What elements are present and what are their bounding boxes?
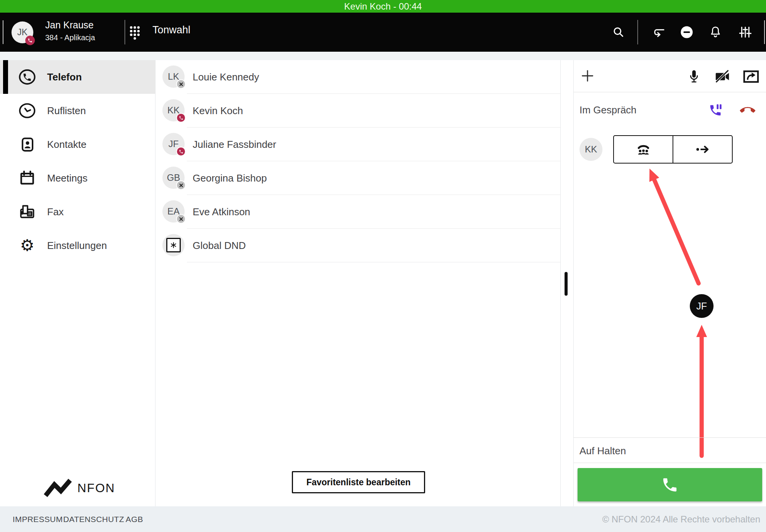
panel-divider — [573, 437, 766, 438]
arrow-to-conference-button — [653, 178, 699, 283]
dnd-status-icon — [176, 180, 186, 190]
nfon-logo-text: NFON — [77, 481, 115, 495]
favorite-row[interactable]: EA Eve Atkinson — [155, 195, 560, 229]
sidebar-item-kontakte[interactable]: Kontakte — [0, 128, 155, 161]
softphone-app: Kevin Koch - 00:44 JK Jan Krause 384 - A… — [0, 0, 766, 532]
pending-party-avatar[interactable]: JF — [690, 294, 714, 318]
avatar-initials: JF — [169, 139, 179, 149]
notifications-icon[interactable] — [709, 25, 722, 39]
active-indicator-bar — [3, 60, 8, 94]
edit-favorites-button[interactable]: Favoritenliste bearbeiten — [292, 471, 425, 493]
header-divider — [124, 20, 125, 44]
active-call-status-bar[interactable]: Kevin Koch - 00:44 — [0, 0, 766, 13]
user-extension: 384 - Aplikacja — [45, 33, 95, 42]
favorite-name: Georgina Bishop — [193, 161, 267, 195]
phone-icon — [661, 476, 679, 494]
dnd-status-icon — [176, 79, 186, 89]
sidebar-item-fax[interactable]: Fax — [0, 195, 155, 229]
sidebar-item-telefon[interactable]: Telefon — [0, 60, 155, 94]
transfer-icon — [695, 143, 710, 156]
favorites-panel-border — [560, 60, 561, 506]
audio-settings-icon[interactable] — [738, 25, 752, 39]
conference-button[interactable] — [613, 135, 673, 164]
add-icon[interactable] — [581, 69, 594, 83]
contact-card-icon — [19, 136, 36, 153]
edit-favorites-label: Favoritenliste bearbeiten — [306, 477, 411, 488]
search-icon[interactable] — [612, 25, 625, 39]
row-divider — [187, 262, 560, 262]
in-call-status-icon — [176, 147, 186, 156]
favorite-row[interactable]: KK Kevin Koch — [155, 94, 560, 128]
footer-link-agb[interactable]: AGB — [126, 506, 143, 532]
sidebar-item-label: Kontakte — [47, 128, 87, 161]
transfer-button[interactable] — [673, 135, 733, 164]
app-header: JK Jan Krause 384 - Aplikacja Tonwahl — [0, 13, 766, 52]
avatar-initials: KK — [585, 144, 597, 155]
sidebar-item-einstellungen[interactable]: ⚙ Einstellungen — [0, 229, 155, 262]
phone-busy-icon — [25, 36, 35, 45]
call-panel-border — [573, 60, 574, 506]
copyright-text: © NFON 2024 Alle Rechte vorbehalten — [602, 506, 760, 532]
footer-link-impressum[interactable]: IMPRESSUM — [13, 506, 63, 532]
panel-divider — [573, 463, 766, 463]
pop-out-icon[interactable] — [742, 69, 760, 84]
clock-icon — [19, 102, 36, 119]
favorite-row[interactable]: JF Juliane Fassbinder — [155, 128, 560, 161]
hold-label: Auf Halten — [579, 445, 626, 457]
camera-off-icon[interactable] — [714, 69, 731, 84]
sidebar-item-label: Fax — [47, 195, 64, 229]
header-divider — [637, 20, 638, 44]
dnd-icon[interactable] — [680, 25, 694, 39]
dial-mode-label: Tonwahl — [152, 24, 190, 36]
in-call-label: Im Gespräch — [579, 104, 637, 116]
avatar-initials: JF — [696, 301, 707, 312]
sidebar-item-meetings[interactable]: Meetings — [0, 161, 155, 195]
favorite-row-global-dnd[interactable]: Global DND — [155, 229, 560, 262]
call-button[interactable] — [578, 468, 762, 501]
panel-divider — [573, 92, 766, 92]
call-action-buttons — [613, 135, 733, 164]
sidebar-item-ruflisten[interactable]: Ruflisten — [0, 94, 155, 128]
hangup-icon[interactable] — [739, 103, 756, 117]
phone-icon — [19, 69, 36, 85]
sidebar-item-label: Einstellungen — [47, 229, 107, 262]
calendar-icon — [19, 170, 36, 187]
favorite-row[interactable]: GB Georgina Bishop — [155, 161, 560, 195]
microphone-icon[interactable] — [686, 68, 702, 85]
user-name: Jan Krause — [45, 20, 93, 31]
avatar — [162, 234, 185, 256]
app-footer: IMPRESSUM DATENSCHUTZ AGB © NFON 2024 Al… — [0, 506, 766, 532]
sidebar-item-label: Telefon — [47, 60, 82, 94]
dnd-status-icon — [176, 214, 186, 224]
sidebar-item-label: Meetings — [47, 161, 88, 195]
favorite-name: Eve Atkinson — [193, 195, 250, 229]
asterisk-icon — [166, 238, 181, 252]
gear-icon: ⚙ — [19, 237, 36, 254]
call-hold-icon[interactable] — [708, 103, 723, 118]
conference-icon — [636, 142, 651, 156]
identity-scroll-edge-left — [3, 20, 3, 44]
nfon-logo: NFON — [43, 478, 139, 498]
footer-link-datenschutz[interactable]: DATENSCHUTZ — [63, 506, 124, 532]
favorite-name: Louie Kennedy — [193, 60, 259, 94]
nfon-logo-icon — [43, 479, 74, 497]
favorite-row[interactable]: LK Louie Kennedy — [155, 60, 560, 94]
content-top-band — [0, 52, 766, 60]
favorite-name: Kevin Koch — [193, 94, 243, 128]
active-call-timer: Kevin Koch - 00:44 — [344, 1, 422, 12]
avatar: KK — [579, 138, 602, 161]
call-redirect-icon[interactable] — [651, 25, 665, 39]
avatar-initials: JK — [17, 27, 28, 38]
in-call-status-icon — [176, 113, 186, 123]
fax-icon — [19, 203, 36, 220]
panel-resize-handle[interactable] — [565, 272, 568, 296]
identity-scroll-edge-right — [764, 20, 765, 44]
dialpad-icon[interactable] — [129, 26, 141, 40]
sidebar-item-label: Ruflisten — [47, 94, 86, 128]
favorite-name: Juliane Fassbinder — [193, 128, 276, 161]
favorite-name: Global DND — [193, 229, 246, 262]
